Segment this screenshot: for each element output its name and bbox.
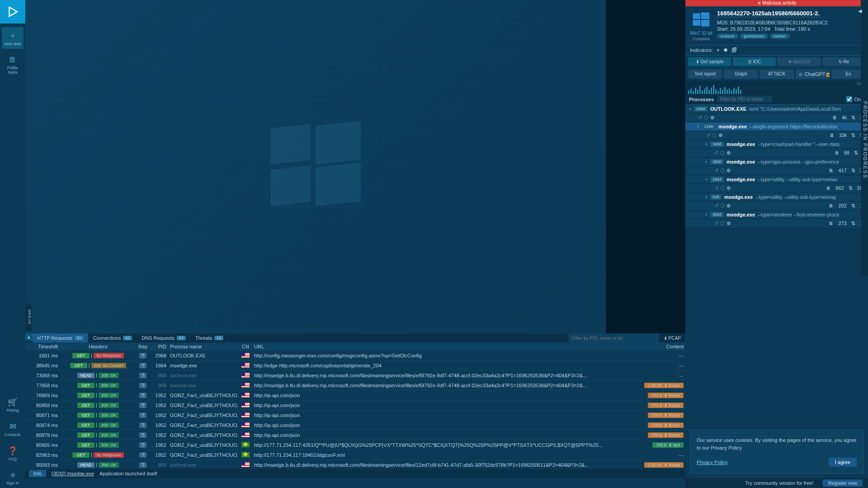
col-content[interactable]: Content — [613, 344, 685, 349]
http-row[interactable]: 73068 msHEAD | 200: OK?868svchost.exehtt… — [25, 371, 685, 380]
http-row[interactable]: 82963 msGET | No Response?1952GORZ_Fact_… — [25, 450, 685, 460]
new-task-button[interactable]: ＋New task — [2, 27, 24, 49]
col-headers[interactable]: Headers — [60, 344, 137, 349]
cell-url[interactable]: http://msedge.b.tlu.dl.delivery.mp.micro… — [252, 373, 613, 378]
tag-banker[interactable]: banker — [770, 33, 790, 39]
process-row[interactable]: ▾3488msedge.exe--type=crashpad-handler "… — [685, 140, 868, 149]
rep-badge[interactable]: ? — [139, 442, 146, 448]
rep-badge[interactable]: ? — [139, 403, 146, 408]
content-badge[interactable]: 270 b ⬇ binary — [648, 432, 684, 438]
pricing-button[interactable]: 🛒Pricing — [2, 394, 24, 415]
cell-url[interactable]: http://ip-api.com/json — [252, 403, 613, 408]
col-url[interactable]: URL — [252, 344, 613, 349]
cell-url[interactable]: http://177.71.234.117:18451/idglzsnF.xml — [252, 452, 613, 458]
rep-badge[interactable]: ? — [139, 393, 146, 398]
tree-toggle-icon[interactable]: ▾ — [705, 142, 708, 146]
tab-threats[interactable]: Threats18 — [191, 333, 228, 343]
tree-toggle-icon[interactable]: ▾ — [705, 177, 708, 182]
rep-badge[interactable]: ? — [139, 383, 146, 388]
rep-badge[interactable]: ? — [139, 452, 146, 458]
tree-toggle-icon[interactable]: ▾ — [705, 195, 708, 199]
http-row[interactable]: 80905 msGET | 200: OK?1952GORZ_Fact_uraB… — [25, 440, 685, 450]
http-row[interactable]: 1601 msGET | No Response?2968OUTLOOK.EXE… — [25, 351, 685, 361]
public-tasks-button[interactable]: 🗎Public tasks — [2, 52, 24, 77]
tree-toggle-icon[interactable]: ▾ — [689, 107, 691, 111]
cell-url[interactable]: http://msedge.b.tlu.dl.delivery.mp.micro… — [252, 462, 613, 468]
cell-url[interactable]: http://edge-http.microsoft.com/captivepo… — [252, 363, 613, 368]
content-badge[interactable]: 1.83 Kb ⬇ binary — [644, 383, 684, 388]
col-cn[interactable]: CN — [239, 344, 252, 349]
network-filter-input[interactable] — [569, 333, 659, 343]
content-badge[interactable]: 271 b ⬇ binary — [648, 393, 684, 398]
col-pid[interactable]: PID — [149, 344, 168, 349]
contacts-button[interactable]: ✉Contacts — [2, 419, 24, 440]
signin-button[interactable]: ⎆Sign In — [2, 468, 24, 488]
tab-connections[interactable]: Connections82 — [89, 333, 137, 343]
rerun-button[interactable]: ↻ Re — [822, 57, 865, 66]
content-badge[interactable]: 706 b ⬇ text — [652, 442, 684, 448]
logo[interactable] — [0, 0, 25, 23]
md5-value[interactable]: B79EDD2EA5B3B8C559BC9116A262B3C2 — [730, 20, 828, 25]
rep-badge[interactable]: ? — [139, 462, 146, 468]
debug-tab[interactable]: DEBUG — [25, 304, 32, 331]
content-badge[interactable]: 1.83 Kb ⬇ binary — [644, 462, 684, 468]
cookie-agree-button[interactable]: I agree — [829, 458, 857, 467]
pcap-button[interactable]: ⬇ PCAP — [659, 333, 685, 343]
http-row[interactable]: 80874 msGET | 200: OK?1952GORZ_Fact_uraB… — [25, 420, 685, 430]
indicator-icon-3[interactable]: 🗐 — [731, 47, 737, 53]
col-rep[interactable]: Rep — [137, 344, 149, 349]
col-process[interactable]: Process name — [168, 344, 239, 349]
cell-url[interactable]: http://177.71.234.117:4261/Q**PU@|U*$QUX… — [252, 442, 613, 448]
chatgpt-button[interactable]: ☺ ChatGPTnew — [796, 70, 830, 79]
process-row[interactable]: ▾2968OUTLOOK.EXE/eml "C:\Users\admin\App… — [685, 105, 868, 113]
process-progress-tab[interactable]: PROCESS IN PROGRESS◀ — [861, 0, 868, 276]
privacy-policy-link[interactable]: Privacy Policy — [697, 460, 727, 465]
tree-toggle-icon[interactable]: ▾ — [697, 124, 699, 129]
tab-dns[interactable]: DNS Requests87 — [137, 333, 191, 343]
tag-evasion[interactable]: evasion — [717, 33, 738, 39]
panel-collapse-button[interactable]: ▲ — [25, 333, 33, 341]
rep-badge[interactable]: ? — [139, 422, 146, 428]
content-badge[interactable]: 270 b ⬇ binary — [648, 413, 684, 418]
ioc-button[interactable]: ☰ IOC — [733, 57, 776, 66]
content-badge[interactable]: 271 b ⬇ binary — [648, 403, 684, 408]
process-row[interactable]: ▾3552msedge.exe--type=renderer --first-r… — [685, 211, 868, 219]
malconf-button[interactable]: ✱ MalConf — [778, 57, 821, 66]
process-row[interactable]: ▾2500msedge.exe--type=gpu-process --gpu-… — [685, 158, 868, 166]
rep-badge[interactable]: ? — [139, 432, 146, 438]
register-button[interactable]: Register now — [823, 479, 863, 487]
http-row[interactable]: 80871 msGET | 200: OK?1952GORZ_Fact_uraB… — [25, 410, 685, 420]
process-row[interactable]: ▾1664msedge.exe--type=utility --utility-… — [685, 175, 868, 184]
cell-url[interactable]: http://msedge.b.tlu.dl.delivery.mp.micro… — [252, 383, 613, 388]
cell-url[interactable]: http://ip-api.com/json — [252, 432, 613, 438]
get-sample-button[interactable]: ⬇ Get sample — [688, 57, 731, 66]
cell-url[interactable]: http://ip-api.com/json — [252, 393, 613, 398]
sample-name[interactable]: 1695642270-1625ab19586f6660001-2. — [717, 10, 820, 17]
info-button[interactable]: Info — [29, 470, 46, 477]
rep-badge[interactable]: ? — [139, 363, 146, 368]
tree-toggle-icon[interactable]: ▾ — [705, 160, 708, 164]
text-report-button[interactable]: Text report — [688, 70, 722, 79]
tree-toggle-icon[interactable]: ▾ — [705, 212, 708, 217]
export-button[interactable]: Ex — [831, 70, 865, 79]
cell-url[interactable]: http://ip-api.com/json — [252, 422, 613, 428]
process-row[interactable]: ▾528msedge.exe--type=utility --utility-s… — [685, 193, 868, 202]
process-row[interactable]: ▾2196msedge.exe--single-argument https:/… — [685, 122, 868, 131]
indicator-icon-1[interactable]: ⌖ — [717, 47, 720, 53]
tab-http[interactable]: HTTP Requests31 — [33, 333, 89, 343]
http-row[interactable]: 78869 msGET | 200: OK?1952GORZ_Fact_uraB… — [25, 390, 685, 400]
attck-button[interactable]: ATT&CK — [760, 70, 793, 79]
info-process[interactable]: [3032] msedge.exe — [52, 471, 94, 476]
http-row[interactable]: 90093 msHEAD | 200: OK?868svchost.exehtt… — [25, 460, 685, 468]
grid-body[interactable]: 1601 msGET | No Response?2968OUTLOOK.EXE… — [25, 351, 685, 468]
rep-badge[interactable]: ? — [139, 353, 146, 358]
cell-url[interactable]: http://config.messenger.msn.com/config/m… — [252, 353, 613, 358]
cell-url[interactable]: http://ip-api.com/json — [252, 413, 613, 418]
http-row[interactable]: 77858 msGET | 200: OK?868svchost.exehttp… — [25, 380, 685, 390]
rep-badge[interactable]: ? — [139, 413, 146, 418]
process-filter-input[interactable] — [717, 96, 772, 103]
graph-button[interactable]: Graph — [724, 70, 758, 79]
content-badge[interactable]: 270 b ⬇ binary — [648, 422, 684, 428]
indicator-icon-2[interactable]: ✱ — [723, 47, 728, 53]
http-row[interactable]: 38645 msGET | 204: No Content?1664msedge… — [25, 361, 685, 371]
